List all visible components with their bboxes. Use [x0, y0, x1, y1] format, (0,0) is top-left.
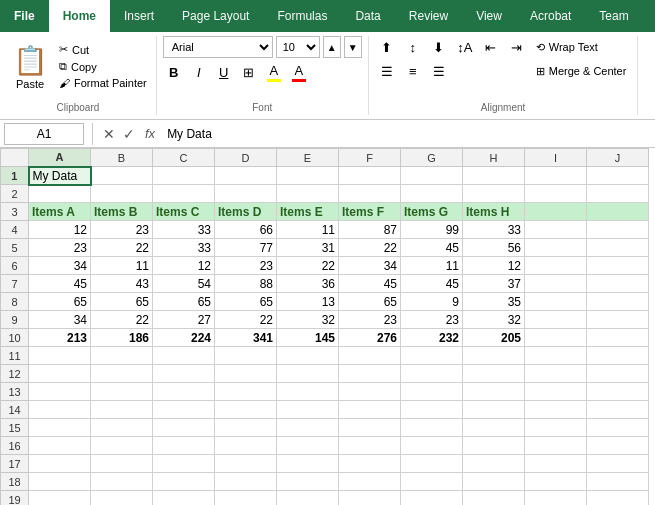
cell-H14[interactable] — [463, 401, 525, 419]
cell-H19[interactable] — [463, 491, 525, 506]
cell-D3[interactable]: Items D — [215, 203, 277, 221]
row-number-8[interactable]: 8 — [1, 293, 29, 311]
cell-J4[interactable] — [587, 221, 649, 239]
cell-C11[interactable] — [153, 347, 215, 365]
cell-B8[interactable]: 65 — [91, 293, 153, 311]
cell-B14[interactable] — [91, 401, 153, 419]
cell-D12[interactable] — [215, 365, 277, 383]
tab-view[interactable]: View — [462, 0, 516, 32]
cell-H16[interactable] — [463, 437, 525, 455]
border-button[interactable]: ⊞ — [238, 61, 260, 83]
cell-G9[interactable]: 23 — [401, 311, 463, 329]
cell-F5[interactable]: 22 — [339, 239, 401, 257]
cell-A17[interactable] — [29, 455, 91, 473]
cell-H11[interactable] — [463, 347, 525, 365]
cell-B4[interactable]: 23 — [91, 221, 153, 239]
cell-D14[interactable] — [215, 401, 277, 419]
cell-G2[interactable] — [401, 185, 463, 203]
cell-J2[interactable] — [587, 185, 649, 203]
row-number-16[interactable]: 16 — [1, 437, 29, 455]
cell-F15[interactable] — [339, 419, 401, 437]
cell-G1[interactable] — [401, 167, 463, 185]
cell-C16[interactable] — [153, 437, 215, 455]
cell-I4[interactable] — [525, 221, 587, 239]
row-number-18[interactable]: 18 — [1, 473, 29, 491]
confirm-formula-button[interactable]: ✓ — [121, 126, 137, 142]
row-number-4[interactable]: 4 — [1, 221, 29, 239]
cell-F14[interactable] — [339, 401, 401, 419]
cell-J10[interactable] — [587, 329, 649, 347]
col-header-G[interactable]: G — [401, 149, 463, 167]
cell-J19[interactable] — [587, 491, 649, 506]
cell-B17[interactable] — [91, 455, 153, 473]
cell-B9[interactable]: 22 — [91, 311, 153, 329]
cell-A5[interactable]: 23 — [29, 239, 91, 257]
formula-input[interactable] — [163, 127, 651, 141]
cell-G7[interactable]: 45 — [401, 275, 463, 293]
name-box[interactable] — [4, 123, 84, 145]
cell-D2[interactable] — [215, 185, 277, 203]
cell-G18[interactable] — [401, 473, 463, 491]
cell-J14[interactable] — [587, 401, 649, 419]
cell-H7[interactable]: 37 — [463, 275, 525, 293]
cell-F6[interactable]: 34 — [339, 257, 401, 275]
tab-home[interactable]: Home — [49, 0, 110, 32]
cell-D17[interactable] — [215, 455, 277, 473]
cell-H17[interactable] — [463, 455, 525, 473]
align-right-button[interactable]: ☰ — [427, 60, 451, 82]
align-bottom-button[interactable]: ⬇ — [427, 36, 451, 58]
cell-I7[interactable] — [525, 275, 587, 293]
cell-C18[interactable] — [153, 473, 215, 491]
wrap-text-button[interactable]: ⟲ Wrap Text — [531, 36, 632, 58]
cell-H5[interactable]: 56 — [463, 239, 525, 257]
cell-A11[interactable] — [29, 347, 91, 365]
cell-I2[interactable] — [525, 185, 587, 203]
cell-J15[interactable] — [587, 419, 649, 437]
cell-B19[interactable] — [91, 491, 153, 506]
cell-I18[interactable] — [525, 473, 587, 491]
cell-C3[interactable]: Items C — [153, 203, 215, 221]
cell-G14[interactable] — [401, 401, 463, 419]
cell-F19[interactable] — [339, 491, 401, 506]
row-number-19[interactable]: 19 — [1, 491, 29, 506]
cell-G16[interactable] — [401, 437, 463, 455]
cell-C19[interactable] — [153, 491, 215, 506]
cell-E6[interactable]: 22 — [277, 257, 339, 275]
row-number-5[interactable]: 5 — [1, 239, 29, 257]
cut-button[interactable]: ✂ Cut — [56, 42, 150, 57]
cell-H15[interactable] — [463, 419, 525, 437]
cell-D18[interactable] — [215, 473, 277, 491]
cell-H12[interactable] — [463, 365, 525, 383]
cell-D13[interactable] — [215, 383, 277, 401]
tab-file[interactable]: File — [0, 0, 49, 32]
cell-D1[interactable] — [215, 167, 277, 185]
cell-E13[interactable] — [277, 383, 339, 401]
row-number-2[interactable]: 2 — [1, 185, 29, 203]
row-number-10[interactable]: 10 — [1, 329, 29, 347]
tab-insert[interactable]: Insert — [110, 0, 168, 32]
cell-F11[interactable] — [339, 347, 401, 365]
tab-data[interactable]: Data — [341, 0, 394, 32]
copy-button[interactable]: ⧉ Copy — [56, 59, 150, 74]
cell-I15[interactable] — [525, 419, 587, 437]
cell-I6[interactable] — [525, 257, 587, 275]
cell-I14[interactable] — [525, 401, 587, 419]
cell-E11[interactable] — [277, 347, 339, 365]
cell-H4[interactable]: 33 — [463, 221, 525, 239]
cell-D19[interactable] — [215, 491, 277, 506]
cell-C10[interactable]: 224 — [153, 329, 215, 347]
cell-E8[interactable]: 13 — [277, 293, 339, 311]
cell-D9[interactable]: 22 — [215, 311, 277, 329]
cell-C6[interactable]: 12 — [153, 257, 215, 275]
cell-F12[interactable] — [339, 365, 401, 383]
cell-A15[interactable] — [29, 419, 91, 437]
cell-A18[interactable] — [29, 473, 91, 491]
cell-I10[interactable] — [525, 329, 587, 347]
cell-C9[interactable]: 27 — [153, 311, 215, 329]
tab-formulas[interactable]: Formulas — [263, 0, 341, 32]
col-header-C[interactable]: C — [153, 149, 215, 167]
cell-J8[interactable] — [587, 293, 649, 311]
cell-B16[interactable] — [91, 437, 153, 455]
cell-I8[interactable] — [525, 293, 587, 311]
cell-G13[interactable] — [401, 383, 463, 401]
